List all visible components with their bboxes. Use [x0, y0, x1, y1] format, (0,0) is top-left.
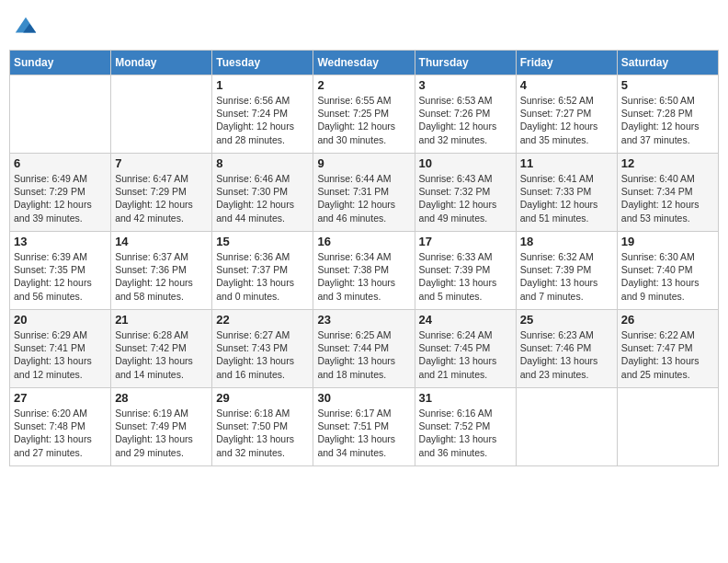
calendar-cell: 9Sunrise: 6:44 AM Sunset: 7:31 PM Daylig… [313, 154, 415, 232]
calendar-cell [617, 388, 718, 466]
calendar-cell: 27Sunrise: 6:20 AM Sunset: 7:48 PM Dayli… [10, 388, 111, 466]
calendar-cell: 1Sunrise: 6:56 AM Sunset: 7:24 PM Daylig… [212, 75, 313, 154]
day-number: 21 [115, 313, 208, 327]
calendar-header-row: SundayMondayTuesdayWednesdayThursdayFrid… [10, 51, 719, 75]
day-detail: Sunrise: 6:40 AM Sunset: 7:34 PM Dayligh… [621, 172, 714, 224]
day-detail: Sunrise: 6:20 AM Sunset: 7:48 PM Dayligh… [14, 407, 107, 459]
day-detail: Sunrise: 6:29 AM Sunset: 7:41 PM Dayligh… [14, 328, 107, 381]
day-detail: Sunrise: 6:18 AM Sunset: 7:50 PM Dayligh… [216, 407, 309, 459]
day-detail: Sunrise: 6:32 AM Sunset: 7:39 PM Dayligh… [520, 250, 613, 303]
calendar-cell: 8Sunrise: 6:46 AM Sunset: 7:30 PM Daylig… [212, 154, 313, 232]
calendar-cell: 4Sunrise: 6:52 AM Sunset: 7:27 PM Daylig… [516, 75, 617, 154]
calendar-cell: 11Sunrise: 6:41 AM Sunset: 7:33 PM Dayli… [516, 154, 617, 232]
day-number: 7 [115, 156, 208, 170]
column-header-wednesday: Wednesday [313, 51, 415, 75]
day-detail: Sunrise: 6:28 AM Sunset: 7:42 PM Dayligh… [115, 328, 208, 381]
day-detail: Sunrise: 6:43 AM Sunset: 7:32 PM Dayligh… [419, 172, 512, 224]
day-number: 11 [520, 156, 613, 170]
calendar-table: SundayMondayTuesdayWednesdayThursdayFrid… [9, 50, 719, 466]
column-header-monday: Monday [111, 51, 212, 75]
day-detail: Sunrise: 6:44 AM Sunset: 7:31 PM Dayligh… [317, 172, 410, 224]
day-detail: Sunrise: 6:56 AM Sunset: 7:24 PM Dayligh… [216, 94, 309, 146]
day-detail: Sunrise: 6:33 AM Sunset: 7:39 PM Dayligh… [419, 250, 512, 303]
column-header-sunday: Sunday [10, 51, 111, 75]
day-number: 20 [14, 313, 107, 327]
day-number: 31 [419, 391, 512, 405]
calendar-cell [111, 75, 212, 154]
day-number: 3 [419, 78, 512, 92]
day-detail: Sunrise: 6:19 AM Sunset: 7:49 PM Dayligh… [115, 407, 208, 459]
day-detail: Sunrise: 6:47 AM Sunset: 7:29 PM Dayligh… [115, 172, 208, 224]
calendar-cell: 7Sunrise: 6:47 AM Sunset: 7:29 PM Daylig… [111, 154, 212, 232]
calendar-cell: 21Sunrise: 6:28 AM Sunset: 7:42 PM Dayli… [111, 310, 212, 388]
day-detail: Sunrise: 6:24 AM Sunset: 7:45 PM Dayligh… [419, 328, 512, 381]
calendar-cell: 26Sunrise: 6:22 AM Sunset: 7:47 PM Dayli… [617, 310, 718, 388]
day-detail: Sunrise: 6:41 AM Sunset: 7:33 PM Dayligh… [520, 172, 613, 224]
day-number: 26 [621, 313, 714, 327]
day-number: 18 [520, 235, 613, 248]
calendar-cell: 18Sunrise: 6:32 AM Sunset: 7:39 PM Dayli… [516, 232, 617, 310]
day-number: 8 [216, 156, 309, 170]
calendar-cell: 16Sunrise: 6:34 AM Sunset: 7:38 PM Dayli… [313, 232, 415, 310]
logo [13, 15, 42, 40]
day-detail: Sunrise: 6:17 AM Sunset: 7:51 PM Dayligh… [317, 407, 410, 459]
day-number: 17 [419, 235, 512, 248]
day-detail: Sunrise: 6:37 AM Sunset: 7:36 PM Dayligh… [115, 250, 208, 303]
day-detail: Sunrise: 6:50 AM Sunset: 7:28 PM Dayligh… [621, 94, 714, 146]
logo-icon [13, 15, 39, 40]
calendar-cell: 13Sunrise: 6:39 AM Sunset: 7:35 PM Dayli… [10, 232, 111, 310]
column-header-saturday: Saturday [617, 51, 718, 75]
calendar-cell: 31Sunrise: 6:16 AM Sunset: 7:52 PM Dayli… [415, 388, 516, 466]
calendar-cell: 6Sunrise: 6:49 AM Sunset: 7:29 PM Daylig… [10, 154, 111, 232]
calendar-cell: 25Sunrise: 6:23 AM Sunset: 7:46 PM Dayli… [516, 310, 617, 388]
day-number: 28 [115, 391, 208, 405]
day-number: 29 [216, 391, 309, 405]
calendar-cell: 20Sunrise: 6:29 AM Sunset: 7:41 PM Dayli… [10, 310, 111, 388]
day-number: 16 [317, 235, 410, 248]
calendar-cell: 23Sunrise: 6:25 AM Sunset: 7:44 PM Dayli… [313, 310, 415, 388]
day-detail: Sunrise: 6:49 AM Sunset: 7:29 PM Dayligh… [14, 172, 107, 224]
day-detail: Sunrise: 6:46 AM Sunset: 7:30 PM Dayligh… [216, 172, 309, 224]
calendar-week-row: 13Sunrise: 6:39 AM Sunset: 7:35 PM Dayli… [10, 232, 719, 310]
day-number: 10 [419, 156, 512, 170]
day-detail: Sunrise: 6:22 AM Sunset: 7:47 PM Dayligh… [621, 328, 714, 381]
day-number: 1 [216, 78, 309, 92]
day-number: 24 [419, 313, 512, 327]
calendar-cell: 17Sunrise: 6:33 AM Sunset: 7:39 PM Dayli… [415, 232, 516, 310]
calendar-cell: 12Sunrise: 6:40 AM Sunset: 7:34 PM Dayli… [617, 154, 718, 232]
calendar-cell [10, 75, 111, 154]
day-number: 13 [14, 235, 107, 248]
calendar-cell: 19Sunrise: 6:30 AM Sunset: 7:40 PM Dayli… [617, 232, 718, 310]
calendar-week-row: 6Sunrise: 6:49 AM Sunset: 7:29 PM Daylig… [10, 154, 719, 232]
day-detail: Sunrise: 6:16 AM Sunset: 7:52 PM Dayligh… [419, 407, 512, 459]
calendar-cell: 28Sunrise: 6:19 AM Sunset: 7:49 PM Dayli… [111, 388, 212, 466]
calendar-cell: 5Sunrise: 6:50 AM Sunset: 7:28 PM Daylig… [617, 75, 718, 154]
day-number: 2 [317, 78, 410, 92]
calendar-cell: 22Sunrise: 6:27 AM Sunset: 7:43 PM Dayli… [212, 310, 313, 388]
day-number: 5 [621, 78, 714, 92]
calendar-week-row: 1Sunrise: 6:56 AM Sunset: 7:24 PM Daylig… [10, 75, 719, 154]
day-detail: Sunrise: 6:53 AM Sunset: 7:26 PM Dayligh… [419, 94, 512, 146]
calendar-cell: 14Sunrise: 6:37 AM Sunset: 7:36 PM Dayli… [111, 232, 212, 310]
day-detail: Sunrise: 6:30 AM Sunset: 7:40 PM Dayligh… [621, 250, 714, 303]
calendar-week-row: 27Sunrise: 6:20 AM Sunset: 7:48 PM Dayli… [10, 388, 719, 466]
day-detail: Sunrise: 6:23 AM Sunset: 7:46 PM Dayligh… [520, 328, 613, 381]
day-detail: Sunrise: 6:27 AM Sunset: 7:43 PM Dayligh… [216, 328, 309, 381]
day-number: 15 [216, 235, 309, 248]
day-detail: Sunrise: 6:52 AM Sunset: 7:27 PM Dayligh… [520, 94, 613, 146]
day-number: 22 [216, 313, 309, 327]
day-number: 4 [520, 78, 613, 92]
calendar-cell: 10Sunrise: 6:43 AM Sunset: 7:32 PM Dayli… [415, 154, 516, 232]
calendar-week-row: 20Sunrise: 6:29 AM Sunset: 7:41 PM Dayli… [10, 310, 719, 388]
day-detail: Sunrise: 6:34 AM Sunset: 7:38 PM Dayligh… [317, 250, 410, 303]
calendar-cell: 3Sunrise: 6:53 AM Sunset: 7:26 PM Daylig… [415, 75, 516, 154]
calendar-cell: 15Sunrise: 6:36 AM Sunset: 7:37 PM Dayli… [212, 232, 313, 310]
day-detail: Sunrise: 6:36 AM Sunset: 7:37 PM Dayligh… [216, 250, 309, 303]
day-number: 27 [14, 391, 107, 405]
day-number: 25 [520, 313, 613, 327]
day-number: 14 [115, 235, 208, 248]
day-number: 9 [317, 156, 410, 170]
day-detail: Sunrise: 6:55 AM Sunset: 7:25 PM Dayligh… [317, 94, 410, 146]
day-number: 19 [621, 235, 714, 248]
day-number: 30 [317, 391, 410, 405]
